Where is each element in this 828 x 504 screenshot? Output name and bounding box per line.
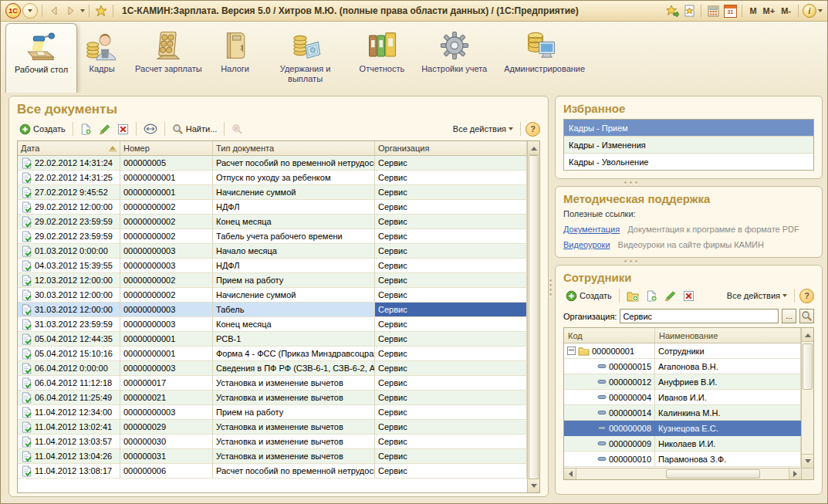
name-cell[interactable]: Николаев И.И.	[655, 436, 801, 452]
type-cell[interactable]: Установка и изменение вычетов	[213, 435, 375, 449]
collapse-toggle-icon[interactable]	[567, 347, 576, 355]
date-cell[interactable]: 29.02.2012 12:00:00	[18, 200, 120, 215]
date-cell[interactable]: 11.04.2012 13:04:26	[18, 449, 120, 464]
employee-row[interactable]: 000000008Кузнецова Е.С.	[564, 421, 801, 436]
set-period-button[interactable]	[141, 122, 160, 136]
number-cell[interactable]: 00000000001	[120, 185, 213, 200]
organization-cell[interactable]: Сервис	[375, 215, 527, 229]
choose-button[interactable]: ...	[782, 309, 796, 323]
edit-button[interactable]	[96, 122, 113, 137]
type-cell[interactable]: Начисление суммой	[213, 185, 375, 200]
date-cell[interactable]: 11.04.2012 13:03:57	[18, 435, 120, 449]
date-cell[interactable]: 04.03.2012 15:39:55	[18, 259, 120, 273]
favorites-item[interactable]: Кадры - Изменения	[564, 137, 813, 154]
organization-cell[interactable]: Сервис	[375, 156, 527, 171]
table-row[interactable]: 22.02.2012 14:31:2500000000001Отпуск по …	[18, 171, 527, 185]
type-cell[interactable]: Сведения в ПФ РФ (СЗВ-6-1, СЗВ-6-2, АДВ-…	[213, 361, 375, 376]
memory-button-1[interactable]: M+	[760, 5, 779, 16]
date-cell[interactable]: 30.03.2012 12:00:00	[18, 288, 120, 303]
table-row[interactable]: 22.02.2012 14:31:24000000005Расчет пособ…	[18, 156, 527, 171]
code-cell[interactable]: 000000009	[564, 436, 655, 452]
date-cell[interactable]: 29.02.2012 23:59:59	[18, 229, 120, 244]
favorites-item[interactable]: Кадры - Увольнение	[564, 154, 813, 170]
main-menu-button[interactable]	[22, 3, 38, 19]
employees-horizontal-scrollbar[interactable]	[564, 468, 801, 479]
date-cell[interactable]: 06.04.2012 0:00:00	[18, 361, 120, 376]
employee-row[interactable]: 000000010Парамонова З.Ф.	[564, 452, 801, 467]
name-cell[interactable]: Кузнецова Е.С.	[655, 421, 801, 436]
support-link[interactable]: Документация	[563, 225, 620, 234]
type-cell[interactable]: Конец месяца	[213, 317, 375, 332]
tab-abacus[interactable]: Расчет зарплаты	[127, 23, 211, 93]
number-cell[interactable]: 00000000001	[120, 347, 213, 361]
help-button[interactable]: ?	[799, 289, 814, 303]
type-cell[interactable]: Расчет пособий по временной нетрудоспосо…	[213, 464, 375, 479]
edit-button[interactable]	[662, 289, 678, 303]
vertical-splitter-grip[interactable]	[549, 279, 552, 296]
column-header-date[interactable]: Дата	[18, 141, 120, 155]
date-cell[interactable]: 05.04.2012 12:44:35	[18, 332, 120, 347]
scroll-up-button[interactable]	[528, 141, 539, 155]
type-cell[interactable]: Конец месяца	[213, 215, 375, 229]
table-row[interactable]: 29.02.2012 23:59:5900000000002Табель уче…	[18, 229, 527, 244]
find-button[interactable]: Найти...	[170, 122, 220, 137]
table-row[interactable]: 29.02.2012 23:59:5900000000002Конец меся…	[18, 215, 527, 229]
column-header-num[interactable]: Номер	[120, 141, 213, 155]
organization-cell[interactable]: Сервис	[375, 317, 527, 332]
search-button[interactable]	[799, 309, 814, 323]
column-header-name[interactable]: Наименование	[655, 328, 801, 343]
date-cell[interactable]: 31.03.2012 12:00:00	[18, 303, 120, 317]
tab-admin[interactable]: Администрирование	[495, 23, 586, 93]
memory-button-2[interactable]: M-	[778, 5, 794, 16]
table-row[interactable]: 11.04.2012 13:04:26000000031Установка и …	[18, 449, 527, 464]
table-row[interactable]: 06.04.2012 11:12:18000000017Установка и …	[18, 376, 527, 391]
employee-row[interactable]: 000000014Калинкина М.Н.	[564, 405, 801, 421]
number-cell[interactable]: 00000000003	[120, 259, 213, 273]
number-cell[interactable]: 00000000002	[120, 288, 213, 303]
scroll-down-button[interactable]	[528, 479, 539, 492]
table-row[interactable]: 01.03.2012 0:00:0000000000003Начало меся…	[18, 244, 527, 259]
column-header-code[interactable]: Код	[564, 328, 655, 343]
number-cell[interactable]: 00000000003	[120, 244, 213, 259]
table-row[interactable]: 05.04.2012 12:44:3500000000001РСВ-1Серви…	[18, 332, 527, 347]
organization-cell[interactable]: Сервис	[375, 464, 527, 479]
back-button[interactable]	[46, 3, 62, 19]
date-cell[interactable]: 05.04.2012 15:10:16	[18, 347, 120, 361]
table-row[interactable]: 31.03.2012 12:00:0000000000003ТабельСерв…	[18, 303, 527, 317]
date-cell[interactable]: 11.04.2012 13:08:17	[18, 464, 120, 479]
delete-button[interactable]	[681, 289, 697, 303]
number-cell[interactable]: 00000000003	[120, 405, 213, 420]
date-cell[interactable]: 06.04.2012 11:25:49	[18, 391, 120, 405]
scroll-down-button[interactable]	[802, 454, 813, 468]
date-cell[interactable]: 22.02.2012 14:31:24	[18, 156, 120, 171]
number-cell[interactable]: 000000030	[120, 435, 213, 449]
type-cell[interactable]: Отпуск по уходу за ребенком	[213, 171, 375, 185]
memory-button-0[interactable]: M	[746, 5, 759, 16]
organization-cell[interactable]: Сервис	[375, 347, 527, 361]
organization-cell[interactable]: Сервис	[375, 391, 527, 405]
panel-splitter[interactable]	[555, 179, 823, 186]
cancel-search-button[interactable]	[229, 122, 245, 137]
favorites-item[interactable]: Кадры - Прием	[564, 120, 813, 137]
organization-cell[interactable]: Сервис	[375, 449, 527, 464]
date-cell[interactable]: 12.03.2012 12:00:00	[18, 273, 120, 288]
type-cell[interactable]: Прием на работу	[213, 273, 375, 288]
employees-vertical-scrollbar[interactable]	[801, 328, 813, 479]
employee-row[interactable]: 000000001Сотрудники	[564, 343, 801, 359]
scroll-up-button[interactable]	[802, 328, 813, 342]
type-cell[interactable]: РСВ-1	[213, 332, 375, 347]
type-cell[interactable]: Установка и изменение вычетов	[213, 391, 375, 405]
organization-cell[interactable]: Сервис	[375, 244, 527, 259]
table-row[interactable]: 29.02.2012 12:00:0000000000002НДФЛСервис	[18, 200, 527, 215]
organization-cell[interactable]: Сервис	[375, 229, 527, 244]
organization-cell[interactable]: Сервис	[375, 288, 527, 303]
organization-cell[interactable]: Сервис	[375, 361, 527, 376]
number-cell[interactable]: 000000031	[120, 449, 213, 464]
type-cell[interactable]: НДФЛ	[213, 259, 375, 273]
type-cell[interactable]: Форма 4 - ФСС (Приказ Минздравсоцразвити…	[213, 347, 375, 361]
number-cell[interactable]: 00000000003	[120, 317, 213, 332]
table-row[interactable]: 06.04.2012 11:25:49000000021Установка и …	[18, 391, 527, 405]
number-cell[interactable]: 00000000002	[120, 215, 213, 229]
create-group-button[interactable]	[624, 289, 641, 303]
date-cell[interactable]: 29.02.2012 23:59:59	[18, 215, 120, 229]
